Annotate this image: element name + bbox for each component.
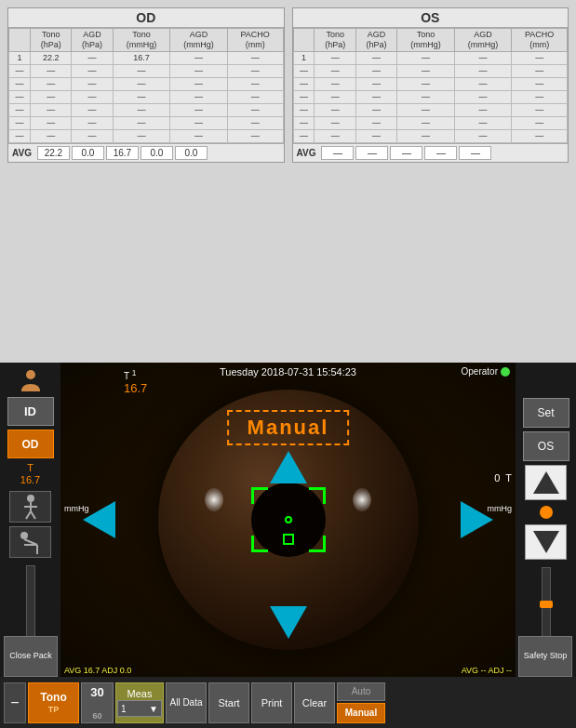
os-table-row: — — — — — — [293,90,568,103]
auto-button[interactable]: Auto [337,682,385,701]
os-row-agd-mmhg: — [454,77,512,90]
bottom-panel: Tuesday 2018-07-31 15:54:23 Operator Man… [0,363,576,728]
arrow-up-button[interactable] [270,451,307,483]
os-section: OS Tono(hPa) AGD(hPa) Tono(mmHg) AGD(mmH… [292,7,569,163]
os-row-num: 1 [293,51,315,64]
os-button[interactable]: OS [523,431,569,461]
close-pack-button[interactable]: Close Pack [4,636,58,677]
os-table-row: — — — — — — [293,77,568,90]
od-row-num: — [9,129,31,142]
os-row-tono-hpa: — [315,64,355,77]
all-data-button[interactable]: All Data [166,682,207,723]
os-col-agd-mmhg: AGD(mmHg) [454,29,512,52]
os-row-pacho: — [512,51,568,64]
od-row-pacho: — [227,64,283,77]
os-table-row: — — — — — — [293,129,568,142]
os-row-tono-hpa: — [315,103,355,116]
od-row-num: — [9,90,31,103]
od-table-row: 1 22.2 — 16.7 — — [9,51,284,64]
operator-text: Operator [462,366,498,377]
od-row-agd-hpa: — [72,77,113,90]
os-row-agd-mmhg: — [454,103,512,116]
up-arrow-button[interactable] [525,465,567,500]
bottom-buttons-row: − Tono TP 30 60 Meas 1 ▼ All Data Start … [0,677,576,728]
os-row-tono-mmhg: — [397,51,455,64]
od-row-pacho: — [227,103,283,116]
os-row-tono-hpa: — [315,129,355,142]
os-row-agd-mmhg: — [454,64,512,77]
os-row-pacho: — [512,116,568,129]
right-orange-dot [540,506,553,519]
od-table-row: — — — — — — [9,77,284,90]
od-row-pacho: — [227,51,283,64]
od-avg-tono-mmhg: 16.7 [106,146,139,160]
arrow-right-button[interactable] [461,501,493,538]
od-button[interactable]: OD [7,430,54,458]
od-row-tono-mmhg: — [113,90,170,103]
os-row-num: — [293,77,315,90]
minus-button[interactable]: − [4,682,26,723]
od-row-agd-mmhg: — [170,77,228,90]
arrow-down-button[interactable] [270,606,307,639]
od-row-tono-hpa: — [30,116,71,129]
down-arrow-button[interactable] [525,524,567,560]
id-button[interactable]: ID [7,397,54,426]
os-row-agd-mmhg: — [454,90,512,103]
right-top-spacer [528,366,565,394]
od-row-pacho: — [227,129,283,142]
safety-stop-button[interactable]: Safety Stop [518,636,572,677]
svg-point-6 [20,532,28,539]
od-row-pacho: — [227,90,283,103]
od-row-agd-hpa: — [72,64,113,77]
thirty-label: 30 [90,685,103,699]
od-row-agd-hpa: — [72,129,113,142]
t-right-t: T [505,472,512,483]
arrow-left-button[interactable] [83,501,115,538]
os-row-agd-hpa: — [355,116,396,129]
operator-status-icon [501,367,510,377]
os-avg-tono-hpa: — [321,146,354,160]
operator-label: Operator [462,366,510,377]
meas-dropdown[interactable]: 1 ▼ [117,700,162,717]
od-avg-row: AVG 22.2 0.0 16.7 0.0 0.0 [8,143,284,162]
print-button[interactable]: Print [251,682,292,723]
thirty-button[interactable]: 30 60 [81,682,114,723]
datetime-label: Tuesday 2018-07-31 15:54:23 [220,366,356,377]
os-col-tono-mmhg: Tono(mmHg) [397,29,455,52]
od-row-agd-mmhg: — [170,103,228,116]
od-row-pacho: — [227,77,283,90]
os-row-agd-hpa: — [355,103,396,116]
od-col-num [9,29,31,52]
start-button[interactable]: Start [208,682,249,723]
reflection-right [353,488,371,511]
set-button[interactable]: Set [523,398,569,428]
meas-button[interactable]: Meas 1 ▼ [115,682,164,723]
od-table-row: — — — — — — [9,116,284,129]
top-panel: OD Tono(hPa) AGD(hPa) Tono(mmHg) AGD(mmH… [0,0,576,363]
os-row-agd-hpa: — [355,90,396,103]
sit-reclined-icon[interactable] [9,526,51,558]
clear-button[interactable]: Clear [294,682,335,723]
t-left-num: 1 [132,368,137,377]
person-sitting-icon [17,493,45,521]
right-slider[interactable] [542,567,551,642]
os-row-pacho: — [512,64,568,77]
od-table-row: — — — — — — [9,103,284,116]
sit-upright-icon[interactable] [9,491,51,523]
meas-label: Meas [127,688,153,699]
os-row-pacho: — [512,77,568,90]
os-avg-tono-mmhg: — [390,146,422,160]
reflection-left [205,488,223,511]
os-table-row: — — — — — — [293,64,568,77]
od-table-row: — — — — — — [9,129,284,142]
od-row-tono-hpa: 22.2 [30,51,71,64]
od-table: Tono(hPa) AGD(hPa) Tono(mmHg) AGD(mmHg) … [8,28,284,143]
od-row-agd-hpa: — [72,90,113,103]
tono-button[interactable]: Tono TP [28,682,79,723]
od-row-tono-mmhg: — [113,77,170,90]
manual-button[interactable]: Manual [337,703,385,723]
od-row-num: — [9,77,31,90]
os-col-num [293,29,315,52]
os-row-pacho: — [512,129,568,142]
os-table-row: — — — — — — [293,116,568,129]
